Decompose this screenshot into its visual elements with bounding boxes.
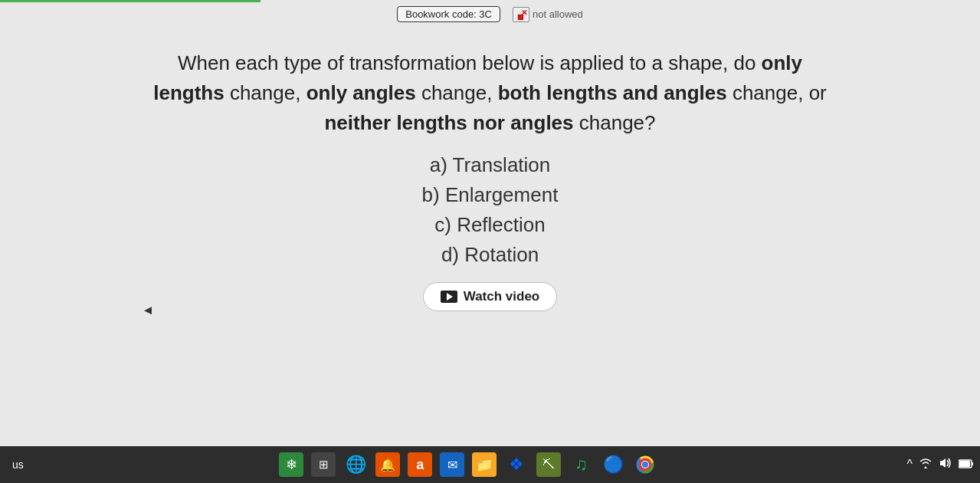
taskbar-right: ^ bbox=[906, 457, 974, 472]
start-button[interactable]: ❄ bbox=[279, 452, 303, 477]
browser-button[interactable]: 🌐 bbox=[343, 452, 368, 477]
notification-button[interactable]: 🔔 bbox=[375, 452, 400, 477]
bookwork-badge: Bookwork code: 3C bbox=[397, 6, 500, 22]
answer-b: b) Enlargement bbox=[422, 183, 559, 207]
chrome-remote-button[interactable]: 🔵 bbox=[601, 452, 625, 477]
battery-icon bbox=[959, 458, 974, 472]
not-allowed-badge: ✕ ▦ not allowed bbox=[513, 7, 583, 22]
chrome-button[interactable] bbox=[633, 452, 657, 477]
svg-marker-6 bbox=[940, 458, 946, 468]
bookwork-label: Bookwork code: 3C bbox=[405, 8, 492, 20]
spotify-button[interactable]: ♫ bbox=[569, 452, 593, 477]
answer-c: c) Reflection bbox=[434, 213, 546, 237]
top-bar: Bookwork code: 3C ✕ ▦ not allowed bbox=[0, 0, 980, 25]
dropbox-button[interactable]: ❖ bbox=[504, 452, 529, 477]
svg-point-5 bbox=[642, 462, 648, 468]
answers-area: a) Translation b) Enlargement c) Reflect… bbox=[0, 153, 980, 311]
wifi-icon bbox=[919, 458, 932, 472]
volume-icon bbox=[939, 457, 952, 472]
files-button[interactable]: 📁 bbox=[472, 452, 497, 477]
taskbar-left: us bbox=[6, 458, 30, 471]
taskbar: us ❄ ⊞ 🌐 🔔 a ✉ 📁 ❖ ⛏ ♫ 🔵 bbox=[0, 446, 980, 483]
question-area: When each type of transformation below i… bbox=[0, 25, 980, 138]
svg-rect-8 bbox=[972, 462, 973, 465]
amazon-button[interactable]: a bbox=[408, 452, 432, 477]
taskbar-icons: ❄ ⊞ 🌐 🔔 a ✉ 📁 ❖ ⛏ ♫ 🔵 bbox=[30, 452, 907, 477]
watch-video-label: Watch video bbox=[464, 289, 540, 304]
svg-rect-9 bbox=[959, 461, 970, 467]
taskbar-label: us bbox=[6, 458, 30, 471]
caret-up-icon[interactable]: ^ bbox=[906, 458, 913, 472]
minecraft-button[interactable]: ⛏ bbox=[536, 452, 561, 477]
answer-a: a) Translation bbox=[430, 153, 551, 177]
window-button[interactable]: ⊞ bbox=[311, 452, 336, 477]
watch-video-button[interactable]: Watch video bbox=[423, 282, 558, 311]
answer-d: d) Rotation bbox=[441, 243, 539, 267]
question-text-1: When each type of transformation below i… bbox=[153, 51, 827, 134]
mail-button[interactable]: ✉ bbox=[440, 452, 464, 477]
not-allowed-label: not allowed bbox=[533, 8, 583, 20]
calculator-icon: ✕ ▦ bbox=[513, 7, 529, 22]
video-camera-icon bbox=[441, 291, 457, 303]
